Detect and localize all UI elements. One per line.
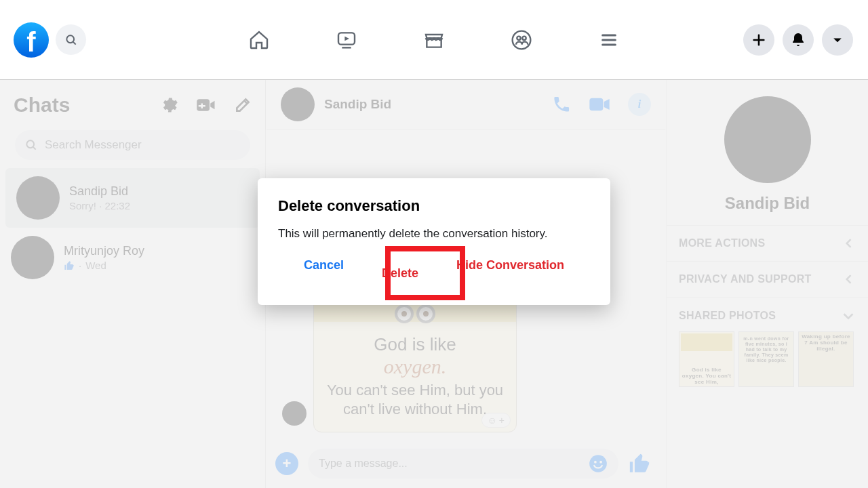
nav-watch[interactable] [335, 28, 358, 52]
bell-icon [790, 32, 806, 48]
modal-title: Delete conversation [278, 197, 590, 215]
groups-icon [511, 29, 532, 51]
marketplace-icon [423, 29, 445, 51]
top-right-actions [743, 24, 853, 56]
delete-button[interactable]: Delete [367, 258, 433, 289]
facebook-logo[interactable]: f [14, 22, 49, 58]
center-nav [248, 28, 620, 52]
nav-menu[interactable] [597, 28, 620, 52]
svg-point-5 [517, 36, 520, 39]
svg-point-4 [513, 30, 531, 49]
modal-actions: Cancel Delete Hide Conversation [278, 258, 590, 289]
nav-home[interactable] [248, 28, 271, 52]
caret-down-icon [831, 33, 844, 47]
hamburger-icon [599, 30, 618, 49]
top-bar: f [0, 0, 868, 80]
watch-icon [336, 29, 357, 51]
delete-conversation-modal: Delete conversation This will permanentl… [258, 178, 610, 305]
notifications-button[interactable] [783, 24, 814, 56]
modal-body: This will permanently delete the convers… [278, 227, 590, 241]
svg-line-1 [73, 41, 75, 44]
global-search-button[interactable] [56, 24, 86, 55]
account-button[interactable] [822, 24, 853, 56]
svg-point-6 [522, 36, 526, 39]
create-button[interactable] [743, 24, 774, 56]
search-icon [64, 33, 78, 47]
home-icon [248, 29, 270, 51]
nav-marketplace[interactable] [422, 28, 446, 52]
plus-icon [751, 33, 766, 47]
nav-groups[interactable] [510, 28, 533, 52]
svg-point-0 [66, 35, 74, 43]
hide-conversation-button[interactable]: Hide Conversation [456, 258, 564, 289]
cancel-button[interactable]: Cancel [304, 258, 344, 289]
